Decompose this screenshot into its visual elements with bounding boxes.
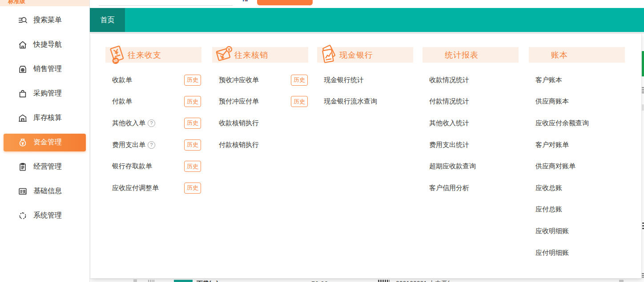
menu-item-label[interactable]: 银行存取款单 [112,162,152,171]
row-icon-fragment [148,280,155,282]
sidebar-item-money-bag[interactable]: 资金管理 [4,134,86,151]
column-header: 现金银行 [317,47,413,63]
menu-item-label[interactable]: 其他收入单 [112,119,145,127]
menu-item-label[interactable]: 现金银行流水查询 [324,97,377,106]
menu-column-4: 统计报表收款情况统计付款情况统计其他收入统计费用支出统计超期应收款查询客户信用分… [423,34,519,199]
menu-item: 应付明细账 [529,242,625,264]
orange-button-fragment[interactable] [257,0,313,5]
sidebar-item-label: 搜索菜单 [33,16,62,25]
help-icon[interactable]: ? [148,119,155,127]
history-badge[interactable]: 历史 [184,118,201,129]
green-button-fragment [642,51,644,76]
menu-item-label[interactable]: 应收应付余额查询 [535,119,589,127]
sidebar-item-id-card[interactable]: 基础信息 [0,179,89,203]
column-items: 收款单历史付款单历史其他收入单?历史费用支出单?历史银行存取款单历史应收应付调整… [105,69,201,199]
menu-item-label[interactable]: 供应商账本 [535,97,569,106]
funds-mega-menu-panel: 往来收支收款单历史付款单历史其他收入单?历史费用支出单?历史银行存取款单历史应收… [91,34,642,278]
menu-item-label[interactable]: 费用支出单 [112,141,145,149]
history-badge[interactable]: 历史 [184,75,201,86]
tab-bar: 首页 [90,8,644,32]
search-menu-icon [18,16,28,25]
text-fragment-right-bottom [642,273,644,278]
menu-column-2: 往来核销预收冲应收单历史预付冲应付单历史收款核销执行付款核销执行 [212,34,308,155]
column-items: 客户账本供应商账本应收应付余额查询客户对账单供应商对账单应收总账应付总账应收明细… [529,69,625,263]
history-badge[interactable]: 历史 [184,96,201,107]
menu-item-label[interactable]: 收款核销执行 [219,119,259,127]
top-toolbar-fragment [90,0,644,8]
menu-item-label[interactable]: 应收总账 [535,184,562,192]
menu-item-label[interactable]: 付款单 [112,97,132,106]
menu-item-label[interactable]: 预付冲应付单 [219,97,259,106]
sidebar-item-label: 系统管理 [33,211,62,220]
menu-item-label[interactable]: 超期应收款查询 [429,162,476,171]
sidebar-item-label: 基础信息 [33,187,62,196]
menu-item: 付款单历史 [105,91,201,113]
menu-item: 应收应付调整单历史 [105,177,201,199]
menu-item-label[interactable]: 应收应付调整单 [112,184,159,192]
menu-item-label[interactable]: 费用支出统计 [429,141,469,149]
menu-item-label[interactable]: 收款情况统计 [429,76,469,84]
column-header: 账本 [529,47,625,63]
sidebar-item-warehouse[interactable]: 库存核算 [0,106,89,130]
menu-item-label[interactable]: 供应商对账单 [535,162,576,171]
menu-column-1: 往来收支收款单历史付款单历史其他收入单?历史费用支出单?历史银行存取款单历史应收… [105,34,201,199]
purchase-bag-icon [18,89,28,99]
background-table-strip: 下载(...) 50.00 000100001 大中亚(... [90,278,644,282]
tab-home[interactable]: 首页 [90,8,125,32]
sidebar-item-label: 销售管理 [33,64,62,74]
history-badge[interactable]: 历史 [184,139,201,151]
menu-item: 客户账本 [529,69,625,91]
sidebar-nav: 搜索菜单快捷导航销售管理采购管理库存核算资金管理经营管理基础信息系统管理 [0,8,89,228]
menu-item-label[interactable]: 付款核销执行 [219,141,259,149]
sidebar-item-sales-shop[interactable]: 销售管理 [0,57,89,81]
text-fragment-right [642,222,644,230]
menu-item-label[interactable]: 其他收入统计 [429,119,469,127]
column-title: 统计报表 [445,50,479,60]
menu-item: 银行存取款单历史 [105,155,201,177]
menu-item: 预付冲应付单历史 [212,91,308,113]
column-header: 往来核销 [212,47,308,63]
menu-item-label[interactable]: 应付总账 [535,205,562,214]
column-header: 往来收支 [105,47,201,63]
history-badge[interactable]: 历史 [184,183,201,194]
column-title: 往来核销 [234,50,268,60]
menu-item: 超期应收款查询 [423,155,519,177]
sidebar-item-purchase-bag[interactable]: 采购管理 [0,81,89,106]
sidebar-item-clipboard[interactable]: 经营管理 [0,155,89,179]
column-title: 账本 [551,50,568,60]
menu-item-label[interactable]: 预收冲应收单 [219,76,259,84]
sidebar-item-label: 经营管理 [33,162,62,171]
menu-item: 客户对账单 [529,134,625,156]
menu-item-label[interactable]: 应收明细账 [535,227,569,235]
menu-column-3: 现金银行现金银行统计现金银行流水查询 [317,34,413,112]
menu-item: 应收应付余额查询 [529,112,625,134]
menu-item: 其他收入单?历史 [105,112,201,134]
menu-item-label[interactable]: 应付明细账 [535,249,569,257]
sidebar-item-system[interactable]: 系统管理 [0,203,89,228]
menu-item-label[interactable]: 客户信用分析 [429,184,469,192]
history-badge[interactable]: 历史 [291,96,308,107]
menu-item-label[interactable]: 付款情况统计 [429,97,469,106]
download-link-fragment: 下载(...) [197,280,218,282]
sidebar-item-home[interactable]: 快捷导航 [0,32,89,57]
version-label-bar: 标准版 [0,0,89,6]
menu-item: 收款单历史 [105,69,201,91]
history-badge[interactable]: 历史 [184,161,201,172]
system-icon [18,211,28,221]
menu-item: 收款核销执行 [212,112,308,134]
sidebar-item-label: 快捷导航 [33,40,62,49]
cell-icon-fragment [378,280,390,282]
menu-item-label[interactable]: 收款单 [112,76,132,84]
sidebar-item-search-menu[interactable]: 搜索菜单 [0,8,89,32]
teal-badge-fragment [174,280,193,282]
menu-item: 预收冲应收单历史 [212,69,308,91]
menu-item-label[interactable]: 客户对账单 [535,141,569,149]
help-icon[interactable]: ? [148,141,155,149]
menu-item: 收款情况统计 [423,69,519,91]
menu-item-label[interactable]: 现金银行统计 [324,76,364,84]
menu-item: 应收明细账 [529,220,625,242]
history-badge[interactable]: 历史 [291,75,308,86]
search-input-underline[interactable] [99,5,233,6]
menu-item: 应收总账 [529,177,625,199]
menu-item-label[interactable]: 客户账本 [535,76,562,84]
